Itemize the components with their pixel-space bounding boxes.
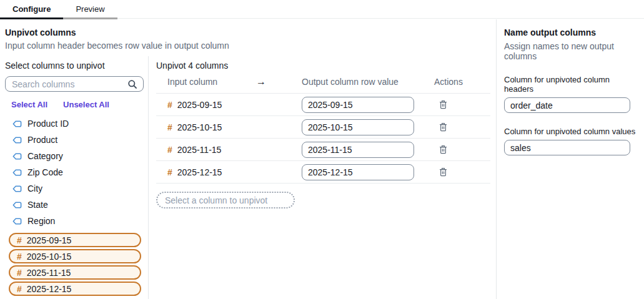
column-item-product-id[interactable]: Product ID (5, 115, 143, 132)
output-column-header: Output column row value (302, 77, 434, 87)
page-title: Unpivot columns (5, 27, 491, 37)
selected-column-label: 2025-12-15 (27, 284, 72, 294)
delete-row-button[interactable] (437, 144, 450, 155)
unpivot-count-title: Unpivot 4 columns (156, 61, 490, 71)
trash-icon (439, 167, 447, 177)
string-type-icon (12, 153, 22, 160)
string-type-icon (12, 218, 22, 225)
string-type-icon (12, 185, 22, 192)
selected-column-pill[interactable]: # 2025-10-15 (9, 249, 141, 263)
input-column-cell: # 2025-12-15 (167, 167, 256, 177)
column-item-label: Category (27, 151, 63, 161)
number-type-icon: # (17, 268, 22, 277)
number-type-icon: # (167, 168, 172, 177)
selected-column-pill[interactable]: # 2025-11-15 (9, 265, 141, 280)
string-type-icon (12, 137, 22, 144)
add-unpivot-column-button[interactable]: Select a column to unpivot (156, 192, 295, 208)
number-type-icon: # (167, 145, 172, 154)
arrow-icon: → (256, 76, 302, 87)
tab-configure[interactable]: Configure (0, 0, 63, 19)
column-selector-pane: Select columns to unpivot Select All U (0, 56, 149, 299)
selected-column-label: 2025-09-15 (27, 235, 72, 245)
delete-row-button[interactable] (437, 121, 450, 133)
output-panel-subtitle: Assign names to new output columns (504, 41, 637, 61)
delete-row-button[interactable] (437, 166, 450, 178)
string-type-icon (12, 120, 22, 127)
mapping-row: # 2025-10-15 (156, 116, 490, 139)
tab-preview[interactable]: Preview (63, 0, 117, 19)
number-type-icon: # (167, 100, 172, 109)
column-item-label: Region (27, 216, 55, 226)
output-row-value-input[interactable] (302, 119, 414, 135)
delete-row-button[interactable] (437, 99, 450, 110)
column-item-category[interactable]: Category (5, 148, 143, 164)
mapping-row: # 2025-11-15 (156, 139, 490, 161)
string-type-icon (12, 169, 22, 176)
output-row-value-input[interactable] (302, 164, 414, 180)
selected-column-label: 2025-11-15 (27, 268, 71, 278)
unselect-all-link[interactable]: Unselect All (63, 100, 109, 109)
selected-column-list: # 2025-09-15 # 2025-10-15 # 2025-11-15 (5, 233, 143, 296)
number-type-icon: # (17, 285, 22, 293)
unpivot-config-region: Unpivot columns Input column header beco… (0, 19, 497, 299)
input-column-name: 2025-11-15 (177, 145, 222, 155)
input-column-cell: # 2025-09-15 (167, 100, 256, 110)
page-subtitle: Input column header becomes row value in… (5, 41, 491, 51)
unpivot-configure-page: Configure Preview Unpivot columns Input … (0, 0, 644, 299)
value-column-name-input[interactable] (504, 140, 630, 155)
column-item-city[interactable]: City (5, 180, 143, 197)
input-column-name: 2025-10-15 (177, 122, 222, 132)
column-item-label: City (27, 184, 42, 194)
header-column-label: Column for unpivoted column headers (504, 75, 637, 94)
column-item-label: Zip Code (27, 167, 63, 177)
input-column-cell: # 2025-10-15 (167, 122, 256, 132)
output-row-value-input[interactable] (302, 97, 414, 113)
column-item-label: State (27, 200, 48, 210)
tab-preview-label: Preview (76, 4, 104, 14)
tab-configure-label: Configure (12, 4, 51, 14)
output-row-value-input[interactable] (302, 142, 414, 158)
column-item-zip-code[interactable]: Zip Code (5, 164, 143, 180)
trash-icon (439, 122, 447, 132)
string-type-icon (12, 202, 22, 208)
selector-title: Select columns to unpivot (5, 61, 143, 71)
search-icon (127, 79, 137, 91)
unpivot-mapping-pane: Unpivot 4 columns Input column → Output … (149, 56, 497, 299)
column-item-region[interactable]: Region (5, 213, 143, 229)
bulk-select-links: Select All Unselect All (11, 100, 143, 109)
number-type-icon: # (167, 123, 172, 132)
header-column-name-input[interactable] (504, 97, 630, 113)
mapping-table-header: Input column → Output column row value A… (156, 71, 490, 94)
available-column-list: Product ID Product Categor (5, 115, 143, 229)
tab-bar: Configure Preview (0, 0, 644, 19)
value-column-label: Column for unpivoted column values (504, 127, 637, 136)
trash-icon (439, 100, 447, 109)
column-item-label: Product (27, 135, 57, 145)
search-input[interactable] (5, 76, 144, 92)
input-column-header: Input column (167, 77, 256, 87)
search-box (5, 76, 143, 92)
input-column-cell: # 2025-11-15 (167, 145, 256, 155)
column-item-label: Product ID (27, 119, 69, 129)
trash-icon (439, 145, 447, 154)
name-output-columns-panel: Name output columns Assign names to new … (497, 19, 644, 299)
mapping-row: # 2025-09-15 (156, 94, 490, 116)
select-all-link[interactable]: Select All (11, 100, 47, 109)
input-column-name: 2025-12-15 (177, 167, 222, 177)
selected-column-pill[interactable]: # 2025-09-15 (9, 233, 141, 247)
section-header: Unpivot columns Input column header beco… (0, 19, 496, 56)
number-type-icon: # (17, 252, 22, 261)
mapping-row: # 2025-12-15 (156, 161, 490, 184)
column-item-state[interactable]: State (5, 197, 143, 213)
output-panel-title: Name output columns (504, 27, 637, 37)
selected-column-pill[interactable]: # 2025-12-15 (9, 282, 141, 296)
actions-header: Actions (434, 77, 490, 87)
input-column-name: 2025-09-15 (177, 100, 222, 110)
selected-column-label: 2025-10-15 (27, 252, 72, 262)
column-item-product[interactable]: Product (5, 132, 143, 148)
number-type-icon: # (17, 236, 22, 245)
